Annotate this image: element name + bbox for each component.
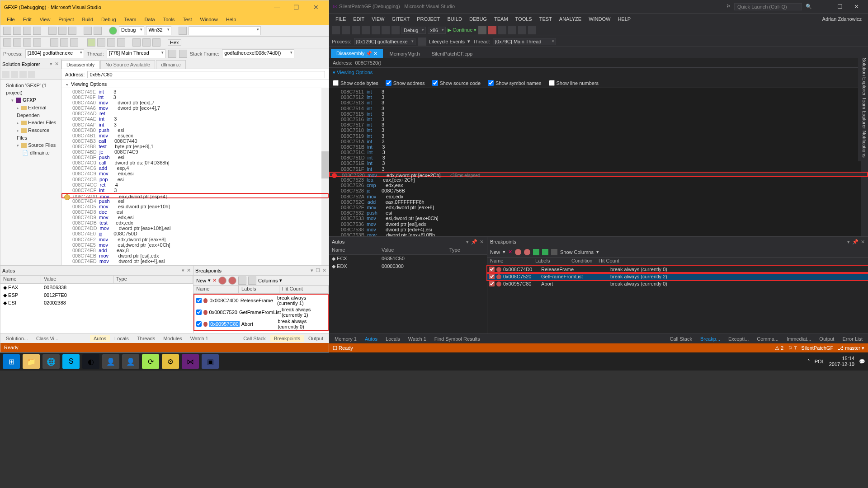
disasm-line[interactable]: 008C74D0 mov eax,dword ptr [esp+4]: [61, 193, 329, 198]
disasm-line[interactable]: 008C74E2 mov edx,dword ptr [eax+8]: [61, 237, 329, 242]
stop-icon[interactable]: [107, 38, 115, 47]
disasm-line[interactable]: 008C74C9 mov eax,esi: [61, 171, 329, 176]
bp-row[interactable]: 0x008C7520GetFrameFromListbreak always (…: [194, 306, 328, 318]
bottom-tab[interactable]: Comma...: [753, 335, 782, 343]
menu-tools[interactable]: TOOLS: [512, 15, 536, 23]
opt-code-bytes[interactable]: Show code bytes: [333, 80, 378, 86]
bottom-tab[interactable]: Breakp...: [697, 335, 724, 343]
disasm-line[interactable]: 008C7517 int 3: [329, 122, 868, 127]
disasm-line[interactable]: 008C7512 int 3: [329, 94, 868, 100]
open-icon[interactable]: [352, 26, 360, 34]
bp-icon[interactable]: [238, 277, 246, 285]
step-over-icon[interactable]: [142, 38, 151, 47]
disasm-line[interactable]: 008C74CC ret 4: [61, 182, 329, 188]
doc-tab[interactable]: No Source Available: [100, 60, 155, 69]
solution-tree[interactable]: Solution 'GFXP' (1 project) GFXP Externa…: [0, 80, 61, 158]
opt-address[interactable]: Show address: [386, 80, 425, 86]
debug-location-bar[interactable]: Process: [0x129C] godfather.exe Lifecycl…: [329, 36, 868, 47]
disasm-line[interactable]: 008C749E int 3: [61, 89, 329, 94]
disasm-line[interactable]: 008C752A mov eax,edx: [329, 194, 868, 199]
breakpoints-toolbar[interactable]: New▾ ✕ Columns▾: [193, 276, 329, 286]
doc-tabs[interactable]: Disassembly 📌 ✕MemoryMgr.hSilentPatchGF.…: [329, 47, 868, 58]
find-combo[interactable]: [189, 26, 261, 35]
toolbar-main[interactable]: Debug Win32: [0, 25, 329, 37]
explorer-icon[interactable]: 📁: [23, 354, 40, 369]
bottom-tab[interactable]: Find Symbol Results: [431, 335, 484, 343]
play-icon[interactable]: [87, 38, 95, 47]
disasm-line[interactable]: 008C7518 int 3: [329, 127, 868, 133]
autos-row[interactable]: ◆ ESP0012F7E0: [0, 291, 193, 299]
tab-autos[interactable]: Autos: [90, 335, 110, 342]
disasm-line[interactable]: 008C74DB test edx,edx: [61, 220, 329, 225]
bp-row[interactable]: 0x00957C80Abortbreak always (currently 0…: [487, 280, 868, 287]
autos-row[interactable]: ◆ EDX00000300: [329, 263, 487, 270]
dbg-icon[interactable]: [13, 38, 21, 47]
menu-view[interactable]: VIEW: [368, 15, 388, 23]
user-badge[interactable]: Adrian Zdanowicz: [819, 15, 865, 23]
new-bp-button[interactable]: New: [490, 249, 500, 255]
menu-help[interactable]: Help: [222, 16, 240, 23]
lifecycle-label[interactable]: Lifecycle Events: [429, 39, 465, 44]
solution-node[interactable]: Solution 'GFXP' (1 project): [1, 82, 60, 96]
disasm-line[interactable]: 008C74C0 call dword ptr ds:[0F4D368h]: [61, 160, 329, 165]
bp-row[interactable]: 0x008C74D0ReleaseFramebreak always (curr…: [194, 295, 328, 306]
bp-icon[interactable]: [515, 249, 521, 255]
doc-tabs[interactable]: DisassemblyNo Source Availabledllmain.c: [61, 59, 329, 69]
thread-select[interactable]: [776] Main Thread: [107, 49, 165, 58]
disasm-line[interactable]: 008C7526 cmp edx,eax: [329, 183, 868, 188]
save-icon[interactable]: [23, 27, 31, 35]
delete-icon[interactable]: ✕: [212, 277, 217, 283]
close-button[interactable]: ✕: [848, 3, 864, 10]
run-icon[interactable]: [109, 27, 117, 35]
debug-location-bar[interactable]: Process: [1604] godfather.exe Thread: [7…: [0, 48, 329, 59]
menu-tools[interactable]: Tools: [160, 16, 179, 23]
disasm-line[interactable]: 008C74A6 mov dword ptr [ecx+4],7: [61, 105, 329, 111]
opt-lines[interactable]: Show line numbers: [549, 80, 599, 86]
doc-tab[interactable]: MemoryMgr.h: [384, 50, 425, 58]
disasm-line[interactable]: 008C7516 int 3: [329, 117, 868, 122]
autos-row[interactable]: ◆ ECX06351C50: [329, 255, 487, 263]
thread-icon[interactable]: [179, 50, 187, 58]
undo-icon[interactable]: [84, 27, 92, 35]
new-icon[interactable]: [3, 27, 11, 35]
hex-toggle[interactable]: Hex: [168, 39, 181, 46]
step-into-icon[interactable]: [132, 38, 141, 47]
disasm-line[interactable]: 008C74CF int 3: [61, 188, 329, 193]
menu-file[interactable]: File: [3, 16, 19, 23]
nav-back-icon[interactable]: [332, 26, 340, 34]
step-into-icon[interactable]: [508, 26, 516, 34]
maximize-button[interactable]: ☐: [288, 4, 306, 11]
bp-icon[interactable]: [248, 277, 256, 285]
app-icon[interactable]: ⚙: [162, 354, 179, 369]
pause-icon[interactable]: [97, 38, 105, 47]
disasm-line[interactable]: 008C751D int 3: [329, 155, 868, 160]
menu-window[interactable]: Window: [197, 16, 222, 23]
maximize-button[interactable]: ☐: [832, 3, 848, 10]
dbg-icon[interactable]: [60, 38, 68, 47]
disasm-line[interactable]: 008C74DD mov dword ptr [eax+10h],esi: [61, 225, 329, 231]
disasm-line[interactable]: 008C752F mov edx,dword ptr [eax+8]: [329, 205, 868, 210]
right-side-tabs[interactable]: Solution Explorer Team Explorer Notifica…: [858, 54, 868, 161]
disasm-line[interactable]: 008C74B0 push esi: [61, 127, 329, 133]
disasm-line[interactable]: 008C74B3 call 008C7440: [61, 138, 329, 144]
doc-tab[interactable]: Disassembly: [61, 60, 99, 69]
autos-row[interactable]: ◆ ESI02002388: [0, 299, 193, 307]
bottom-tab[interactable]: Watch 1: [405, 335, 430, 343]
redo-icon[interactable]: [392, 26, 400, 34]
bp-row[interactable]: 0x008C7520GetFrameFromListbreak always (…: [487, 273, 868, 280]
disasm-line[interactable]: 008C7528 je 008C756B: [329, 188, 868, 193]
warn-badge[interactable]: ⚠ 2: [775, 345, 783, 351]
config-select[interactable]: Debug: [401, 27, 426, 34]
opt-source[interactable]: Show source code: [432, 80, 481, 86]
bottom-tabstrip[interactable]: Memory 1AutosLocalsWatch 1Find Symbol Re…: [329, 333, 868, 343]
disasm-line[interactable]: 008C74E0 jg 008C750D: [61, 231, 329, 236]
disasm-line[interactable]: 008C7536 mov dword ptr [esi],edx: [329, 221, 868, 227]
step-out-icon[interactable]: [152, 38, 160, 47]
folder-node[interactable]: Header Files: [1, 119, 60, 127]
viewing-options-title[interactable]: ▾ Viewing Options: [333, 70, 864, 75]
disasm-line[interactable]: 008C74F0 mov dword ptr [eax],8h: [61, 264, 329, 265]
disasm-line[interactable]: 008C7519 int 3: [329, 133, 868, 139]
folder-node[interactable]: Resource Files: [1, 127, 60, 141]
menu-project[interactable]: Project: [55, 16, 77, 23]
disasm-line[interactable]: 008C74CB pop esi: [61, 177, 329, 182]
